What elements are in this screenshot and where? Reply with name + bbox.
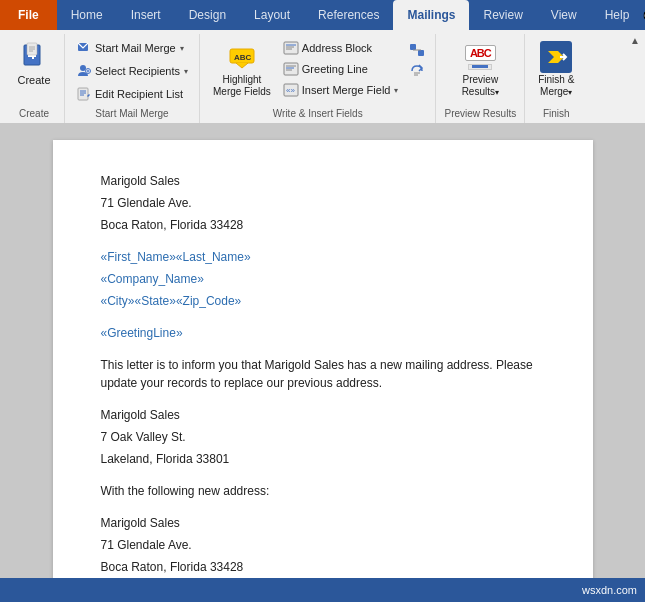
ribbon-group-finish: Finish &Merge▾ Finish xyxy=(525,34,587,123)
transition-text: With the following new address: xyxy=(101,482,545,500)
ribbon-group-preview: ABC PreviewResults▾ Preview Results xyxy=(436,34,525,123)
finish-group-label: Finish xyxy=(533,106,579,123)
greeting-block: «GreetingLine» xyxy=(101,324,545,342)
select-recipients-dropdown: ▾ xyxy=(184,67,188,76)
finish-merge-icon xyxy=(540,41,572,73)
insert-merge-field-dropdown: ▾ xyxy=(394,86,398,95)
start-mail-merge-dropdown: ▾ xyxy=(180,44,184,53)
insert-merge-field-button[interactable]: «» Insert Merge Field ▾ xyxy=(280,80,402,100)
svg-rect-29 xyxy=(418,50,424,56)
start-mail-merge-button[interactable]: Start Mail Merge ▾ xyxy=(73,38,187,58)
create-label: Create xyxy=(17,74,50,87)
create-icon xyxy=(18,41,50,73)
update-labels-button[interactable] xyxy=(407,61,427,81)
create-group-label: Create xyxy=(12,106,56,123)
write-insert-group-label: Write & Insert Fields xyxy=(208,106,427,123)
new-line2: 71 Glendale Ave. xyxy=(101,536,545,554)
merge-city-state-zip: «City»«State»«Zip_Code» xyxy=(101,292,545,310)
start-mail-merge-label: Start Mail Merge xyxy=(95,42,176,54)
watermark: wsxdn.com xyxy=(582,584,637,596)
finish-merge-label: Finish &Merge▾ xyxy=(538,74,574,98)
svg-text:«»: «» xyxy=(286,86,295,95)
new-address-block: Marigold Sales 71 Glendale Ave. Boca Rat… xyxy=(101,514,545,576)
insert-merge-field-label: Insert Merge Field xyxy=(302,84,391,96)
tab-file[interactable]: File xyxy=(0,0,57,30)
start-mail-merge-icon xyxy=(76,40,92,56)
document-page: Marigold Sales 71 Glendale Ave. Boca Rat… xyxy=(53,140,593,578)
preview-results-button[interactable]: ABC PreviewResults▾ xyxy=(457,38,504,101)
new-line1: Marigold Sales xyxy=(101,514,545,532)
ribbon-collapse-button[interactable]: ▲ xyxy=(627,32,643,48)
svg-rect-22 xyxy=(284,63,298,75)
ribbon-group-write-insert: ABC HighlightMerge Fields xyxy=(200,34,436,123)
insert-merge-field-icon: «» xyxy=(283,82,299,98)
new-line3: Boca Raton, Florida 33428 xyxy=(101,558,545,576)
tab-mailings[interactable]: Mailings xyxy=(393,0,469,30)
tab-layout[interactable]: Layout xyxy=(240,0,304,30)
edit-recipient-list-label: Edit Recipient List xyxy=(95,88,183,100)
address-block-button[interactable]: Address Block xyxy=(280,38,402,58)
tab-home[interactable]: Home xyxy=(57,0,117,30)
tab-references[interactable]: References xyxy=(304,0,393,30)
finish-merge-button[interactable]: Finish &Merge▾ xyxy=(533,38,579,101)
address-block-label: Address Block xyxy=(302,42,372,54)
svg-rect-12 xyxy=(78,88,88,100)
sender-block: Marigold Sales 71 Glendale Ave. Boca Rat… xyxy=(101,172,545,234)
highlight-icon: ABC xyxy=(226,41,258,73)
create-button[interactable]: Create xyxy=(12,38,56,90)
select-recipients-icon xyxy=(76,63,92,79)
address-block-icon xyxy=(283,40,299,56)
greeting-line-label: Greeting Line xyxy=(302,63,368,75)
svg-rect-28 xyxy=(410,44,416,50)
ribbon-tabs: File Home Insert Design Layout Reference… xyxy=(0,0,645,30)
select-recipients-button[interactable]: Select Recipients ▾ xyxy=(73,61,191,81)
merge-name: «First_Name»«Last_Name» xyxy=(101,248,545,266)
match-fields-button[interactable] xyxy=(407,40,427,60)
tab-design[interactable]: Design xyxy=(175,0,240,30)
edit-recipient-list-icon xyxy=(76,86,92,102)
tab-view[interactable]: View xyxy=(537,0,591,30)
ribbon-group-create: Create Create xyxy=(4,34,65,123)
old-line2: 7 Oak Valley St. xyxy=(101,428,545,446)
tab-help[interactable]: Help xyxy=(591,0,644,30)
body-text: This letter is to inform you that Marigo… xyxy=(101,356,545,392)
highlight-merge-fields-button[interactable]: ABC HighlightMerge Fields xyxy=(208,38,276,101)
sender-line3: Boca Raton, Florida 33428 xyxy=(101,216,545,234)
old-address-block: Marigold Sales 7 Oak Valley St. Lakeland… xyxy=(101,406,545,468)
body-block: This letter is to inform you that Marigo… xyxy=(101,356,545,392)
select-recipients-label: Select Recipients xyxy=(95,65,180,77)
highlight-label: HighlightMerge Fields xyxy=(213,74,271,98)
ribbon-group-start-mail-merge: Start Mail Merge ▾ Select Recipients ▾ xyxy=(65,34,200,123)
greeting-line-button[interactable]: Greeting Line xyxy=(280,59,402,79)
tab-insert[interactable]: Insert xyxy=(117,0,175,30)
svg-text:ABC: ABC xyxy=(234,53,252,62)
old-line1: Marigold Sales xyxy=(101,406,545,424)
preview-results-label: PreviewResults▾ xyxy=(462,74,499,98)
preview-results-icon: ABC xyxy=(464,41,496,73)
merge-address-block: «First_Name»«Last_Name» «Company_Name» «… xyxy=(101,248,545,310)
transition-block: With the following new address: xyxy=(101,482,545,500)
status-bar: wsxdn.com xyxy=(0,578,645,602)
match-fields-icon xyxy=(409,42,425,58)
edit-recipient-list-button[interactable]: Edit Recipient List xyxy=(73,84,186,104)
update-labels-icon xyxy=(409,63,425,79)
start-mail-merge-group-label: Start Mail Merge xyxy=(73,106,191,123)
ribbon: Create Create Start Mail Merge ▾ xyxy=(0,30,645,124)
sender-line1: Marigold Sales xyxy=(101,172,545,190)
tab-review[interactable]: Review xyxy=(469,0,536,30)
document-area: Marigold Sales 71 Glendale Ave. Boca Rat… xyxy=(0,124,645,578)
greeting-line: «GreetingLine» xyxy=(101,324,545,342)
svg-point-8 xyxy=(80,65,86,71)
preview-group-label: Preview Results xyxy=(444,106,516,123)
sender-line2: 71 Glendale Ave. xyxy=(101,194,545,212)
greeting-line-icon xyxy=(283,61,299,77)
old-line3: Lakeland, Florida 33801 xyxy=(101,450,545,468)
svg-rect-18 xyxy=(284,42,298,54)
merge-company: «Company_Name» xyxy=(101,270,545,288)
